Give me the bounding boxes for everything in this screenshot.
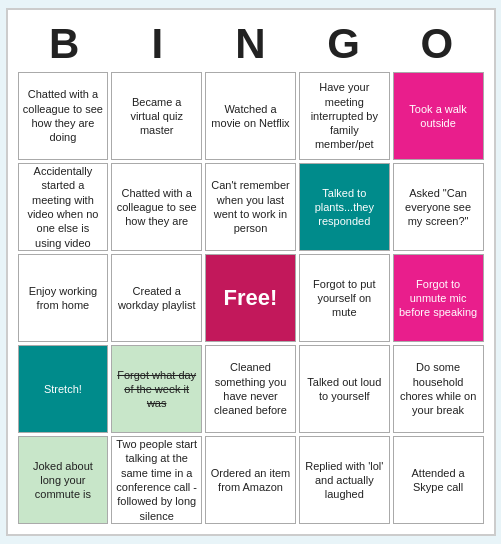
- bingo-cell-7[interactable]: Can't remember when you last went to wor…: [205, 163, 296, 251]
- bingo-cell-15[interactable]: Stretch!: [18, 345, 109, 433]
- bingo-cell-18[interactable]: Talked out loud to yourself: [299, 345, 390, 433]
- bingo-cell-16[interactable]: Forgot what day of the week it was: [111, 345, 202, 433]
- bingo-cell-13[interactable]: Forgot to put yourself on mute: [299, 254, 390, 342]
- bingo-cell-19[interactable]: Do some household chores while on your b…: [393, 345, 484, 433]
- bingo-cell-0[interactable]: Chatted with a colleague to see how they…: [18, 72, 109, 160]
- bingo-cell-20[interactable]: Joked about long your commute is: [18, 436, 109, 524]
- bingo-cell-11[interactable]: Created a workday playlist: [111, 254, 202, 342]
- bingo-cell-3[interactable]: Have your meeting interrupted by family …: [299, 72, 390, 160]
- bingo-header: B I N G O: [18, 20, 484, 68]
- bingo-cell-12[interactable]: Free!: [205, 254, 296, 342]
- header-o: O: [393, 20, 481, 68]
- bingo-cell-2[interactable]: Watched a movie on Netflix: [205, 72, 296, 160]
- bingo-grid: Chatted with a colleague to see how they…: [18, 72, 484, 524]
- bingo-cell-5[interactable]: Accidentally started a meeting with vide…: [18, 163, 109, 251]
- bingo-cell-24[interactable]: Attended a Skype call: [393, 436, 484, 524]
- bingo-cell-17[interactable]: Cleaned something you have never cleaned…: [205, 345, 296, 433]
- bingo-cell-4[interactable]: Took a walk outside: [393, 72, 484, 160]
- bingo-cell-21[interactable]: Two people start talking at the same tim…: [111, 436, 202, 524]
- bingo-cell-9[interactable]: Asked "Can everyone see my screen?": [393, 163, 484, 251]
- header-i: I: [113, 20, 201, 68]
- bingo-cell-10[interactable]: Enjoy working from home: [18, 254, 109, 342]
- header-b: B: [20, 20, 108, 68]
- header-g: G: [300, 20, 388, 68]
- header-n: N: [206, 20, 294, 68]
- bingo-cell-14[interactable]: Forgot to unmute mic before speaking: [393, 254, 484, 342]
- bingo-cell-23[interactable]: Replied with 'lol' and actually laughed: [299, 436, 390, 524]
- bingo-cell-8[interactable]: Talked to plants...they responded: [299, 163, 390, 251]
- bingo-cell-6[interactable]: Chatted with a colleague to see how they…: [111, 163, 202, 251]
- bingo-card: B I N G O Chatted with a colleague to se…: [6, 8, 496, 536]
- bingo-cell-1[interactable]: Became a virtual quiz master: [111, 72, 202, 160]
- bingo-cell-22[interactable]: Ordered an item from Amazon: [205, 436, 296, 524]
